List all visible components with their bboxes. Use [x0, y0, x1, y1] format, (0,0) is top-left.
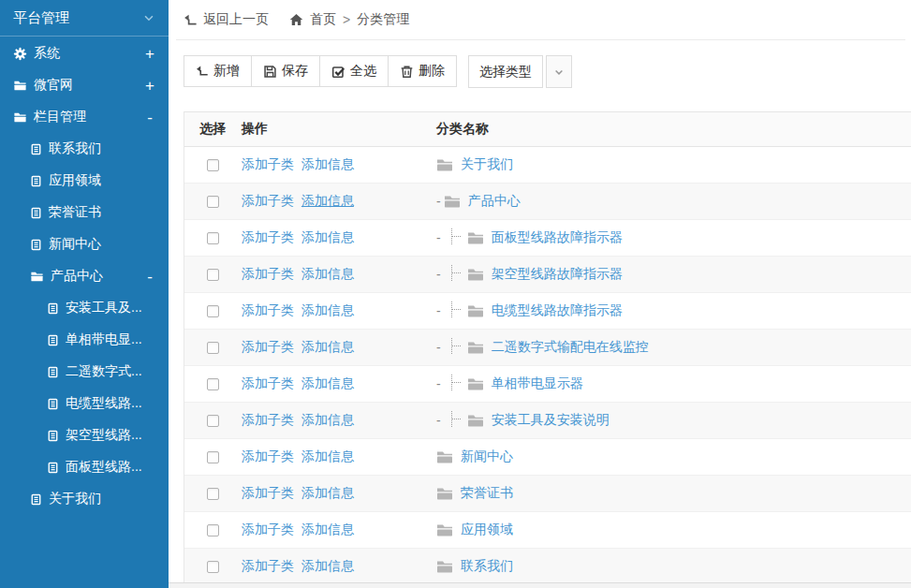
add-info-link[interactable]: 添加信息	[301, 522, 354, 537]
row-name-cell: 荣誉证书	[431, 485, 911, 502]
expand-toggle-icon[interactable]: -	[144, 269, 155, 285]
sidebar-item-label: 联系我们	[49, 140, 101, 157]
collapse-dash[interactable]: -	[436, 195, 441, 208]
folder-icon	[30, 270, 44, 284]
add-info-link[interactable]: 添加信息	[301, 485, 354, 500]
add-subcategory-link[interactable]: 添加子类	[242, 558, 294, 573]
tree-branch-icon	[451, 411, 463, 427]
sidebar-item[interactable]: 新闻中心	[0, 228, 169, 260]
row-checkbox[interactable]	[207, 524, 219, 537]
add-info-link[interactable]: 添加信息	[301, 448, 354, 463]
row-action-cell: 添加子类 添加信息	[242, 448, 431, 465]
add-subcategory-link[interactable]: 添加子类	[242, 266, 294, 281]
add-info-link[interactable]: 添加信息	[301, 412, 354, 427]
add-subcategory-link[interactable]: 添加子类	[242, 375, 294, 390]
category-name-link[interactable]: 应用领域	[461, 522, 513, 538]
select-all-button[interactable]: 全选	[319, 55, 389, 87]
category-name-link[interactable]: 荣誉证书	[461, 485, 513, 502]
row-checkbox[interactable]	[207, 488, 219, 500]
row-checkbox[interactable]	[207, 269, 219, 281]
sidebar-item[interactable]: 二遥数字式...	[0, 356, 169, 388]
table-row: 添加子类 添加信息 - 架空型线路故障指示器	[184, 257, 911, 293]
expand-toggle-icon[interactable]: +	[144, 46, 155, 62]
collapse-dash[interactable]: -	[436, 341, 441, 354]
row-checkbox[interactable]	[207, 561, 219, 573]
expand-toggle-icon[interactable]: -	[144, 110, 155, 125]
sidebar-item-label: 应用领域	[49, 172, 101, 189]
add-info-link[interactable]: 添加信息	[301, 229, 354, 244]
row-action-cell: 添加子类 添加信息	[242, 156, 431, 173]
row-checkbox[interactable]	[207, 342, 219, 354]
add-info-link[interactable]: 添加信息	[301, 156, 354, 171]
category-name-link[interactable]: 单相带电显示器	[492, 375, 583, 392]
add-info-link[interactable]: 添加信息	[301, 193, 354, 208]
row-checkbox[interactable]	[207, 232, 219, 244]
row-checkbox[interactable]	[207, 305, 219, 317]
add-subcategory-link[interactable]: 添加子类	[242, 193, 294, 208]
expand-toggle-icon[interactable]: +	[144, 78, 155, 94]
add-info-link[interactable]: 添加信息	[301, 266, 354, 281]
category-name-link[interactable]: 二遥数字式输配电在线监控	[492, 339, 649, 356]
sidebar-item-label: 系统	[34, 45, 60, 62]
sidebar-item-label: 单相带电显...	[66, 331, 142, 348]
sidebar-item[interactable]: 系统 +	[0, 37, 169, 69]
row-select-cell	[184, 451, 242, 463]
save-button[interactable]: 保存	[251, 55, 320, 87]
sidebar-item[interactable]: 面板型线路...	[0, 451, 169, 483]
sidebar-item-label: 产品中心	[51, 268, 103, 285]
add-subcategory-link[interactable]: 添加子类	[242, 485, 294, 500]
category-name-link[interactable]: 架空型线路故障指示器	[492, 266, 623, 283]
type-select-label: 选择类型	[479, 64, 532, 79]
sidebar-item[interactable]: 架空型线路...	[0, 419, 169, 451]
delete-button[interactable]: 删除	[388, 55, 457, 87]
category-name-link[interactable]: 安装工具及安装说明	[492, 412, 610, 429]
chevron-down-icon[interactable]	[142, 11, 155, 24]
add-subcategory-link[interactable]: 添加子类	[242, 412, 294, 427]
category-name-link[interactable]: 关于我们	[461, 156, 513, 173]
sidebar-header[interactable]: 平台管理	[0, 0, 169, 37]
collapse-dash[interactable]: -	[436, 268, 441, 281]
sidebar-item[interactable]: 电缆型线路...	[0, 388, 169, 419]
add-info-link[interactable]: 添加信息	[301, 375, 354, 390]
add-subcategory-link[interactable]: 添加子类	[242, 522, 294, 537]
sidebar-item[interactable]: 荣誉证书	[0, 197, 169, 228]
add-button[interactable]: 新增	[184, 55, 252, 87]
add-info-link[interactable]: 添加信息	[301, 302, 354, 317]
row-checkbox[interactable]	[207, 196, 219, 208]
add-subcategory-link[interactable]: 添加子类	[242, 448, 294, 463]
add-subcategory-link[interactable]: 添加子类	[242, 156, 294, 171]
row-name-cell: - 安装工具及安装说明	[431, 412, 911, 429]
sidebar-item[interactable]: 关于我们	[0, 483, 169, 515]
sidebar-item[interactable]: 安装工具及...	[0, 292, 169, 324]
collapse-dash[interactable]: -	[436, 377, 441, 390]
sidebar-item[interactable]: 栏目管理 -	[0, 101, 169, 133]
add-button-label: 新增	[213, 63, 240, 80]
category-name-link[interactable]: 电缆型线路故障指示器	[492, 302, 623, 319]
sidebar-item[interactable]: 应用领域	[0, 165, 169, 197]
category-name-link[interactable]: 联系我们	[461, 558, 513, 575]
row-checkbox[interactable]	[207, 159, 219, 171]
row-checkbox[interactable]	[207, 451, 219, 463]
collapse-dash[interactable]: -	[436, 304, 441, 317]
category-name-link[interactable]: 面板型线路故障指示器	[492, 229, 623, 246]
category-name-link[interactable]: 新闻中心	[461, 448, 513, 465]
sidebar-item[interactable]: 联系我们	[0, 133, 169, 165]
row-checkbox[interactable]	[207, 378, 219, 390]
return-arrow-icon	[184, 13, 198, 27]
add-info-link[interactable]: 添加信息	[301, 558, 354, 573]
add-subcategory-link[interactable]: 添加子类	[242, 339, 294, 354]
add-subcategory-link[interactable]: 添加子类	[242, 229, 294, 244]
sidebar-item[interactable]: 产品中心 -	[0, 260, 169, 292]
add-info-link[interactable]: 添加信息	[301, 339, 354, 354]
collapse-dash[interactable]: -	[436, 231, 441, 244]
add-subcategory-link[interactable]: 添加子类	[242, 302, 294, 317]
category-name-link[interactable]: 产品中心	[468, 193, 521, 210]
back-link[interactable]: 返回上一页	[184, 11, 269, 28]
sidebar-item[interactable]: 微官网 +	[0, 69, 169, 101]
collapse-dash[interactable]: -	[436, 414, 441, 427]
row-checkbox[interactable]	[207, 415, 219, 427]
breadcrumb-home-link[interactable]: 首页	[310, 11, 336, 28]
sidebar-item[interactable]: 单相带电显...	[0, 324, 169, 356]
type-select-caret[interactable]	[546, 55, 572, 88]
type-select[interactable]: 选择类型	[468, 55, 543, 88]
